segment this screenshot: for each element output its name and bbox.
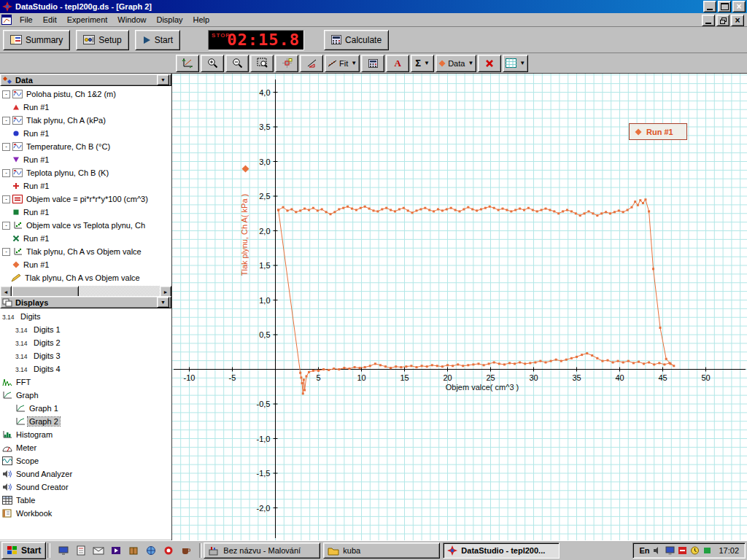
data-source-item[interactable]: -Temperature, Ch B (°C) — [0, 140, 171, 153]
data-source-item[interactable]: -Poloha pistu, Ch 1&2 (m) — [0, 88, 171, 101]
graph-settings-dropdown-button[interactable]: ▼ — [503, 55, 528, 72]
tray-antivirus-icon[interactable] — [678, 546, 687, 555]
quicklaunch-globe-icon[interactable] — [144, 543, 158, 558]
menu-experiment[interactable]: Experiment — [62, 14, 113, 26]
graph-display-area[interactable]: -10-551015202530354045504,03,53,02,52,01… — [172, 74, 747, 540]
chart-legend[interactable]: Run #1 — [629, 123, 687, 140]
display-item-graph-1[interactable]: Graph 1 — [0, 402, 171, 415]
tray-display-icon[interactable] — [665, 546, 675, 555]
y-axis-title[interactable]: Tlak plynu, Ch A( kPa ) — [240, 162, 249, 308]
data-run-item[interactable]: Run #1 — [0, 127, 171, 140]
data-run-item[interactable]: Run #1 — [0, 206, 171, 219]
collapse-toggle[interactable]: - — [2, 195, 10, 203]
task-button[interactable]: kuba — [323, 542, 440, 559]
start-menu-button[interactable]: Start — [1, 542, 46, 559]
data-panel-menu-button[interactable]: ▼ — [157, 74, 169, 85]
taskbar-clock[interactable]: 17:02 — [719, 546, 739, 555]
mdi-document-icon[interactable] — [1, 15, 12, 25]
data-source-item[interactable]: -Objem valce = pi*r*r*y*100 (cm^3) — [0, 192, 171, 206]
display-item-meter[interactable]: Meter — [0, 441, 171, 454]
mdi-close-button[interactable]: × — [731, 15, 744, 26]
scale-to-fit-button[interactable] — [176, 55, 199, 72]
data-run-item[interactable]: Run #1 — [0, 179, 171, 192]
data-tree-hscrollbar[interactable]: ◄ ► — [0, 286, 171, 296]
display-item-scope[interactable]: Scope — [0, 454, 171, 467]
tree-item-label: Teplota plynu, Ch B (K) — [25, 168, 110, 177]
tray-volume-icon[interactable] — [653, 546, 662, 555]
zoom-out-button[interactable] — [225, 55, 249, 72]
data-run-item[interactable]: Run #1 — [0, 258, 171, 271]
zoom-in-button[interactable] — [201, 55, 224, 72]
data-dropdown-button[interactable]: Data ▼ — [436, 55, 476, 72]
x-axis-title[interactable]: Objem valce( cm^3 ) — [413, 383, 551, 392]
display-item-table[interactable]: Table — [0, 494, 171, 507]
quicklaunch-package-icon[interactable] — [126, 543, 141, 558]
close-button[interactable]: × — [732, 1, 746, 12]
display-item-histogram[interactable]: Histogram — [0, 428, 171, 441]
quicklaunch-document-icon[interactable] — [74, 543, 88, 558]
data-source-item[interactable]: -Tlak plynu, Ch A vs Objem valce — [0, 245, 171, 258]
summary-button[interactable]: Summary — [3, 30, 70, 50]
minimize-button[interactable] — [703, 1, 716, 12]
display-item-sound-creator[interactable]: Sound Creator — [0, 481, 171, 494]
menu-window[interactable]: Window — [112, 14, 151, 26]
quicklaunch-desktop-icon[interactable] — [56, 543, 71, 558]
data-source-item[interactable]: -Objem valce vs Teplota plynu, Ch — [0, 219, 171, 232]
xy-icon — [12, 247, 23, 256]
display-item-fft[interactable]: FFT — [0, 376, 171, 389]
collapse-toggle[interactable]: - — [2, 169, 10, 177]
menu-file[interactable]: File — [15, 14, 38, 26]
keyboard-language-indicator[interactable]: En — [639, 546, 649, 555]
display-item-graph-2[interactable]: Graph 2 — [0, 415, 171, 428]
collapse-toggle[interactable]: - — [2, 248, 10, 256]
start-button[interactable]: Start — [135, 30, 180, 50]
zoom-select-button[interactable] — [250, 55, 274, 72]
tray-green-icon[interactable] — [703, 546, 712, 555]
mdi-minimize-button[interactable] — [702, 15, 715, 26]
display-item-digits[interactable]: 3.14Digits — [0, 310, 171, 323]
setup-button[interactable]: Setup — [76, 30, 128, 50]
mdi-restore-button[interactable] — [716, 15, 729, 26]
display-item-digits-4[interactable]: 3.14Digits 4 — [0, 362, 171, 376]
data-source-item[interactable]: -Teplota plynu, Ch B (K) — [0, 166, 171, 179]
smart-tool-button[interactable] — [275, 55, 298, 72]
display-item-graph[interactable]: Graph — [0, 389, 171, 402]
display-item-digits-2[interactable]: 3.14Digits 2 — [0, 336, 171, 349]
slope-tool-button[interactable] — [300, 55, 323, 72]
display-item-sound-analyzer[interactable]: Sound Analyzer — [0, 467, 171, 481]
menu-edit[interactable]: Edit — [38, 14, 62, 26]
collapse-toggle[interactable]: - — [2, 117, 10, 125]
task-button[interactable]: DataStudio - tepl200... — [443, 542, 560, 559]
displays-panel-menu-button[interactable]: ▼ — [157, 297, 169, 308]
calculate-button[interactable]: Calculate — [324, 30, 389, 50]
quicklaunch-coffee-icon[interactable] — [179, 543, 193, 558]
display-item-workbook[interactable]: Workbook — [0, 507, 171, 520]
remove-data-button[interactable] — [478, 55, 501, 72]
scrollbar-track[interactable] — [12, 286, 160, 296]
task-button[interactable]: Bez názvu - Malování — [204, 542, 320, 559]
statistics-dropdown-button[interactable]: Σ ▼ — [411, 55, 434, 72]
menu-display[interactable]: Display — [151, 14, 187, 26]
data-run-item[interactable]: Run #1 — [0, 232, 171, 245]
data-source-item[interactable]: Tlak plynu, Ch A vs Objem valce — [0, 271, 171, 284]
quicklaunch-mail-icon[interactable] — [91, 543, 106, 558]
data-run-item[interactable]: Run #1 — [0, 153, 171, 166]
collapse-toggle[interactable]: - — [2, 222, 10, 230]
data-source-item[interactable]: -Tlak plynu, Ch A (kPa) — [0, 114, 171, 127]
data-run-item[interactable]: Run #1 — [0, 101, 171, 114]
display-item-digits-3[interactable]: 3.14Digits 3 — [0, 349, 171, 362]
chart-plot[interactable]: -10-551015202530354045504,03,53,02,52,01… — [172, 74, 747, 540]
text-annotation-button[interactable]: A — [386, 55, 409, 72]
display-item-digits-1[interactable]: 3.14Digits 1 — [0, 323, 171, 336]
collapse-toggle[interactable]: - — [2, 90, 10, 98]
quicklaunch-red-app-icon[interactable] — [161, 543, 176, 558]
data-panel-header[interactable]: Data ▼ — [0, 74, 171, 86]
displays-panel-header[interactable]: Displays ▼ — [0, 296, 171, 308]
tray-schedule-icon[interactable] — [690, 546, 700, 555]
calculate-tool-button[interactable] — [361, 55, 384, 72]
collapse-toggle[interactable]: - — [2, 143, 10, 151]
menu-help[interactable]: Help — [188, 14, 215, 26]
maximize-button[interactable] — [718, 1, 731, 12]
fit-dropdown-button[interactable]: Fit ▼ — [325, 55, 360, 72]
quicklaunch-media-icon[interactable] — [109, 543, 123, 558]
